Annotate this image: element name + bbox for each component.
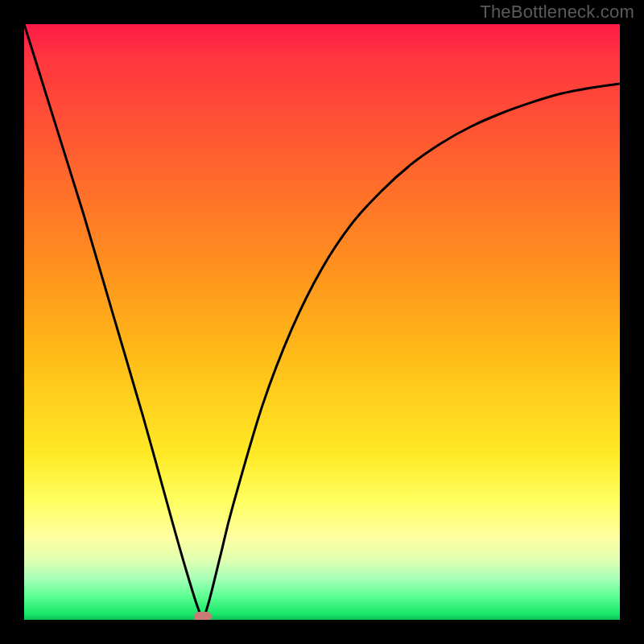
bottleneck-curve	[24, 24, 620, 617]
minimum-marker	[194, 612, 212, 620]
chart-frame: TheBottleneck.com	[0, 0, 644, 644]
curve-svg	[24, 24, 620, 620]
plot-area	[24, 24, 620, 620]
watermark-text: TheBottleneck.com	[480, 2, 634, 23]
